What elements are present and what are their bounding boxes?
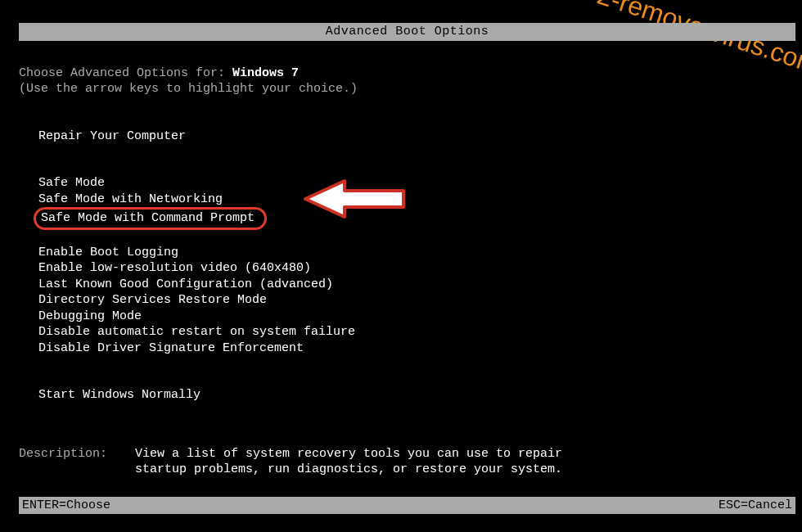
menu-group-options: Enable Boot Logging Enable low-resolutio… [38, 245, 795, 357]
choose-prefix: Choose Advanced Options for: [19, 66, 232, 80]
repair-computer-item[interactable]: Repair Your Computer [38, 128, 795, 145]
hint-line: (Use the arrow keys to highlight your ch… [19, 81, 795, 97]
menu-item-boot-logging[interactable]: Enable Boot Logging [38, 245, 795, 261]
menu-item-low-res-video[interactable]: Enable low-resolution video (640x480) [38, 260, 795, 277]
status-bar: ENTER=Choose ESC=Cancel [19, 497, 795, 515]
title-bar: Advanced Boot Options [19, 23, 795, 41]
menu-item-safe-mode[interactable]: Safe Mode [38, 175, 795, 192]
menu-item-start-normally[interactable]: Start Windows Normally [38, 387, 795, 404]
boot-screen: Advanced Boot Options Choose Advanced Op… [19, 23, 795, 532]
menu-group-normal: Start Windows Normally [38, 387, 795, 404]
description-block: Description: View a list of system recov… [19, 446, 795, 478]
menu-item-disable-driver-sig[interactable]: Disable Driver Signature Enforcement [38, 340, 795, 357]
choose-line: Choose Advanced Options for: Windows 7 [19, 65, 795, 82]
menu-group-safemode: Safe Mode Safe Mode with Networking Safe… [38, 175, 795, 230]
menu-item-last-known-good[interactable]: Last Known Good Configuration (advanced) [38, 277, 795, 293]
menu-item-directory-services[interactable]: Directory Services Restore Mode [38, 292, 795, 309]
content-area: Choose Advanced Options for: Windows 7 (… [19, 65, 795, 478]
os-name: Windows 7 [232, 66, 299, 80]
menu-item-safe-mode-command-prompt[interactable]: Safe Mode with Command Prompt [34, 207, 267, 230]
description-label: Description: [19, 446, 110, 478]
status-enter: ENTER=Choose [22, 498, 110, 514]
menu-item-debugging-mode[interactable]: Debugging Mode [38, 309, 795, 325]
status-esc: ESC=Cancel [719, 498, 792, 514]
menu-item-disable-auto-restart[interactable]: Disable automatic restart on system fail… [38, 324, 795, 340]
description-text: View a list of system recovery tools you… [135, 446, 593, 478]
menu-item-safe-mode-networking[interactable]: Safe Mode with Networking [38, 192, 795, 208]
